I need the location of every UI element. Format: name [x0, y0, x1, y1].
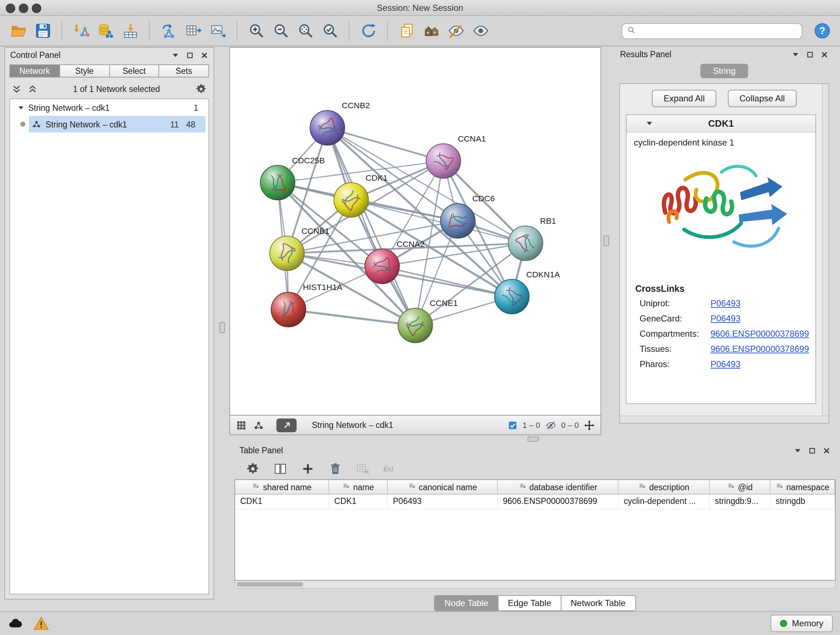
import-network-file-icon[interactable]	[70, 20, 92, 42]
network-node-CDK1[interactable]	[334, 183, 369, 218]
export-image-icon[interactable]	[207, 20, 229, 42]
birds-eye-view-icon[interactable]	[253, 420, 264, 431]
zoom-window-button[interactable]	[32, 3, 41, 13]
network-canvas[interactable]: CCNB2CCNA1CDC25BCDK1CDC6RB1CCNB1CCNA2CDK…	[229, 47, 601, 416]
tab-network[interactable]: Network	[9, 65, 60, 78]
show-all-icon[interactable]	[470, 20, 491, 42]
cell-shared-name[interactable]: CDK1	[235, 494, 329, 509]
column-header-description[interactable]: description	[619, 480, 710, 494]
pharos-link[interactable]: P06493	[711, 359, 741, 369]
column-header-id[interactable]: @id	[710, 480, 771, 494]
import-table-icon[interactable]	[119, 20, 141, 42]
network-node-CCNB1[interactable]	[270, 236, 305, 271]
close-panel-icon[interactable]	[821, 50, 829, 58]
cell-database-identifier[interactable]: 9606.ENSP00000378699	[498, 494, 619, 509]
tab-node-table[interactable]: Node Table	[434, 595, 499, 611]
new-network-icon[interactable]	[158, 20, 180, 42]
collapse-gene-icon[interactable]	[645, 119, 653, 127]
tissues-link[interactable]: 9606.ENSP00000378699	[711, 344, 809, 354]
memory-button[interactable]: Memory	[770, 615, 833, 632]
cell-id[interactable]: stringdb:9...	[710, 494, 771, 509]
show-columns-icon[interactable]	[272, 461, 288, 477]
cloud-status-icon[interactable]	[7, 616, 23, 631]
cell-canonical-name[interactable]: P06493	[388, 494, 498, 509]
cell-description[interactable]: cyclin-dependent ...	[619, 494, 710, 509]
fit-content-icon[interactable]	[294, 20, 316, 42]
tree-expand-icon[interactable]	[17, 104, 25, 111]
network-node-CDKN1A[interactable]	[494, 279, 529, 314]
close-window-button[interactable]	[6, 3, 15, 13]
compartments-link[interactable]: 9606.ENSP00000378699	[711, 329, 809, 339]
scrollbar-thumb[interactable]	[237, 582, 303, 586]
close-panel-icon[interactable]	[823, 447, 831, 454]
first-neighbors-icon[interactable]	[420, 20, 442, 42]
right-splitter-handle[interactable]	[603, 235, 609, 246]
expand-all-networks-icon[interactable]	[11, 83, 22, 95]
search-input[interactable]	[639, 27, 797, 35]
float-panel-icon[interactable]	[806, 50, 814, 58]
network-node-CDC25B[interactable]	[261, 165, 295, 200]
network-node-CDC6[interactable]	[441, 203, 475, 238]
network-edge-CCNB2-CCNE1[interactable]	[327, 128, 415, 325]
tab-sets[interactable]: Sets	[159, 65, 210, 78]
table-row[interactable]: CDK1 CDK1 P06493 9606.ENSP00000378699 cy…	[235, 494, 835, 510]
network-node-CCNA1[interactable]	[426, 144, 461, 179]
warning-icon[interactable]	[33, 616, 49, 631]
cell-namespace[interactable]: stringdb	[771, 494, 835, 509]
delete-column-icon[interactable]	[327, 461, 343, 477]
genecard-link[interactable]: P06493	[711, 314, 741, 324]
detach-view-button[interactable]	[276, 418, 297, 432]
tab-string[interactable]: String	[701, 64, 748, 78]
network-options-gear-icon[interactable]	[195, 82, 208, 96]
bottom-splitter-handle[interactable]	[527, 437, 539, 442]
column-header-canonical-name[interactable]: canonical name	[388, 480, 498, 494]
zoom-in-icon[interactable]	[245, 20, 267, 42]
float-panel-icon[interactable]	[186, 51, 194, 59]
expand-all-button[interactable]: Expand All	[652, 90, 716, 107]
save-session-icon[interactable]	[32, 20, 54, 42]
column-header-database-identifier[interactable]: database identifier	[498, 480, 619, 494]
zoom-out-icon[interactable]	[270, 20, 292, 42]
zoom-selected-icon[interactable]	[319, 20, 341, 42]
selected-nodes-checkbox-icon[interactable]	[508, 420, 517, 430]
left-splitter-handle[interactable]	[219, 322, 225, 333]
column-header-shared-name[interactable]: shared name	[235, 480, 329, 494]
network-edge-HIST1H1A-CCNE1[interactable]	[288, 310, 415, 325]
results-horizontal-scrollbar[interactable]	[620, 416, 829, 423]
tab-style[interactable]: Style	[60, 65, 110, 78]
minimize-window-button[interactable]	[19, 3, 28, 13]
network-node-CCNE1[interactable]	[398, 308, 433, 343]
collapse-panel-icon[interactable]	[794, 447, 802, 454]
collapse-panel-icon[interactable]	[791, 50, 799, 58]
tab-network-table[interactable]: Network Table	[561, 595, 636, 611]
collapse-all-networks-icon[interactable]	[27, 83, 38, 95]
network-row-selected[interactable]: String Network – cdk1 11 48	[10, 116, 208, 133]
open-session-icon[interactable]	[7, 20, 29, 42]
tab-edge-table[interactable]: Edge Table	[499, 595, 561, 611]
apply-layout-icon[interactable]	[357, 20, 379, 42]
uniprot-link[interactable]: P06493	[711, 298, 741, 309]
network-node-RB1[interactable]	[508, 226, 543, 261]
close-panel-icon[interactable]	[201, 51, 208, 59]
collapse-panel-icon[interactable]	[172, 51, 180, 59]
table-horizontal-scrollbar[interactable]	[234, 581, 836, 589]
fit-selected-icon[interactable]	[584, 420, 595, 431]
column-header-name[interactable]: name	[329, 480, 388, 494]
float-panel-icon[interactable]	[808, 447, 816, 454]
collapse-all-button[interactable]: Collapse All	[728, 90, 796, 107]
help-icon[interactable]: ?	[811, 20, 833, 42]
network-edge-CCNA2-CDKN1A[interactable]	[382, 266, 512, 297]
network-node-CCNA2[interactable]	[365, 249, 400, 284]
add-column-icon[interactable]	[300, 461, 316, 477]
gene-card-header[interactable]: CDK1	[627, 115, 815, 133]
grid-view-icon[interactable]	[236, 420, 247, 431]
tab-select[interactable]: Select	[110, 65, 159, 78]
network-node-HIST1H1A[interactable]	[271, 292, 306, 327]
import-network-database-icon[interactable]	[95, 20, 117, 42]
hidden-items-eye-icon[interactable]	[545, 420, 556, 431]
export-table-icon[interactable]	[182, 20, 204, 42]
cell-name[interactable]: CDK1	[329, 494, 388, 509]
network-node-CCNB2[interactable]	[310, 111, 345, 145]
table-options-gear-icon[interactable]	[245, 461, 261, 477]
results-vertical-scrollbar[interactable]	[822, 84, 829, 416]
